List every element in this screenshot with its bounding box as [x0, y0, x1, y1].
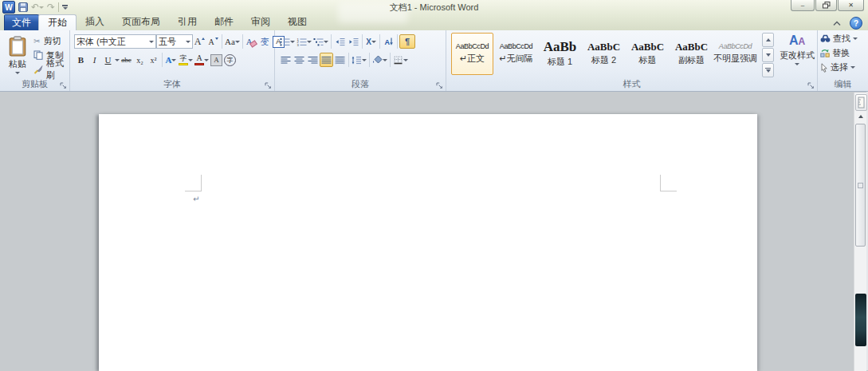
bullets-arrow[interactable] — [290, 41, 295, 43]
text-highlight-button[interactable]: 字 — [178, 53, 194, 67]
asian-layout-button[interactable]: X — [364, 34, 378, 49]
align-right-button[interactable] — [306, 53, 320, 67]
tab-view[interactable]: 视图 — [279, 14, 316, 30]
title-bar[interactable]: W ↶ ↷ 文档1 - Microsoft Word – ✕ — [0, 0, 868, 14]
underline-button[interactable]: U — [101, 53, 115, 67]
restore-button[interactable] — [815, 0, 837, 11]
phonetic-guide-button[interactable]: 变 — [258, 34, 272, 49]
enclose-characters-button[interactable]: 字 — [223, 53, 237, 67]
format-painter-button[interactable]: 格式刷 — [33, 64, 69, 75]
multilevel-list-button[interactable] — [312, 34, 329, 49]
chevron-up-icon — [833, 21, 841, 26]
change-case-button[interactable]: Aa — [224, 34, 241, 49]
style-card-heading2[interactable]: AaBbC 标题 2 — [583, 33, 625, 75]
show-hide-marks-button[interactable]: ¶ — [399, 34, 415, 49]
cut-button[interactable]: ✂剪切 — [33, 35, 69, 46]
align-left-button[interactable] — [279, 53, 293, 67]
borders-button[interactable] — [392, 53, 409, 67]
style-card-heading1[interactable]: AaBb 标题 1 — [539, 33, 581, 75]
shrink-font-button[interactable]: A — [206, 34, 220, 49]
character-shading-button[interactable]: A — [210, 53, 223, 67]
style-card-title[interactable]: AaBbC 标题 — [626, 33, 669, 75]
line-spacing-button[interactable] — [351, 53, 367, 67]
multilevel-arrow[interactable] — [324, 41, 328, 43]
gallery-more-button[interactable] — [762, 63, 774, 77]
ruler-toggle-button[interactable] — [855, 94, 867, 111]
pilcrow-icon: ¶ — [405, 37, 410, 46]
collapse-ribbon-button[interactable] — [831, 18, 843, 29]
change-styles-button[interactable]: AA 更改样式 — [779, 34, 815, 65]
tab-file[interactable]: 文件 — [4, 14, 39, 30]
sort-button[interactable]: A — [382, 34, 395, 49]
subscript-button[interactable]: x₂ — [133, 53, 147, 67]
gallery-scroll-up-button[interactable] — [762, 33, 774, 47]
style-card-subtle-emphasis[interactable]: AaBbCcDd 不明显强调 — [714, 33, 756, 75]
tab-review[interactable]: 审阅 — [242, 14, 279, 30]
help-button[interactable]: ? — [850, 17, 862, 30]
style-card-no-spacing[interactable]: AaBbCcDd ↵无间隔 — [495, 33, 537, 75]
align-center-button[interactable] — [293, 53, 306, 67]
numbering-button[interactable]: 123 — [296, 34, 312, 49]
paste-dropdown-arrow[interactable] — [15, 72, 20, 74]
document-area: ↵ — [0, 92, 868, 371]
character-shading-icon: A — [210, 54, 222, 66]
select-arrow[interactable] — [850, 66, 855, 69]
numbering-arrow[interactable] — [307, 41, 312, 43]
font-name-combo[interactable]: 宋体 (中文正 — [74, 34, 156, 49]
ribbon-tab-row: 文件 开始 插入 页面布局 引用 邮件 审阅 视图 ? — [0, 14, 868, 30]
strikethrough-button[interactable]: abc — [120, 53, 133, 67]
font-name-dropdown-arrow[interactable] — [149, 41, 154, 43]
text-boundary-mark-right — [660, 175, 677, 191]
select-button[interactable]: 选择 — [820, 61, 868, 73]
change-styles-arrow[interactable] — [795, 63, 799, 65]
style-card-normal[interactable]: AaBbCcDd ↵正文 — [451, 33, 493, 75]
tab-home[interactable]: 开始 — [38, 14, 77, 30]
style-card-subtitle[interactable]: AaBbC 副标题 — [670, 33, 713, 75]
grow-font-button[interactable]: A — [193, 34, 206, 49]
tab-insert[interactable]: 插入 — [77, 14, 113, 30]
paragraph-separator-6 — [369, 53, 370, 67]
font-color-arrow[interactable] — [204, 59, 209, 61]
font-size-combo[interactable]: 五号 — [156, 34, 193, 49]
find-button[interactable]: 查找 — [820, 33, 868, 45]
triangle-up-icon — [766, 38, 771, 41]
font-dialog-launcher[interactable] — [264, 81, 272, 89]
line-spacing-arrow[interactable] — [362, 59, 367, 61]
shading-arrow[interactable] — [383, 59, 387, 61]
scroll-up-button[interactable] — [855, 111, 866, 122]
clear-formatting-button[interactable]: A — [245, 34, 258, 49]
paragraph-dialog-launcher[interactable] — [435, 81, 443, 89]
font-color-button[interactable]: A — [194, 53, 210, 67]
font-size-dropdown-arrow[interactable] — [186, 41, 190, 43]
increase-indent-button[interactable] — [347, 34, 360, 49]
styles-dialog-launcher[interactable] — [807, 81, 815, 89]
tab-page-layout[interactable]: 页面布局 — [113, 14, 169, 30]
scrollbar-thumb[interactable] — [855, 124, 866, 247]
distribute-button[interactable] — [333, 53, 347, 67]
italic-button[interactable]: I — [88, 53, 101, 67]
find-arrow[interactable] — [853, 37, 858, 40]
asian-layout-arrow[interactable] — [371, 41, 376, 43]
justify-button[interactable] — [320, 53, 333, 67]
change-case-arrow[interactable] — [235, 41, 240, 43]
decrease-indent-button[interactable] — [333, 34, 347, 49]
text-highlight-arrow[interactable] — [188, 59, 193, 61]
vertical-scrollbar[interactable] — [854, 93, 866, 371]
borders-arrow[interactable] — [403, 59, 408, 61]
bullets-button[interactable] — [279, 34, 296, 49]
clipboard-dialog-launcher[interactable] — [59, 81, 67, 89]
minimize-button[interactable]: – — [791, 0, 815, 11]
document-page[interactable]: ↵ — [99, 114, 757, 371]
tab-references[interactable]: 引用 — [169, 14, 206, 30]
gallery-scroll-down-button[interactable] — [762, 48, 774, 62]
text-effects-button[interactable]: A — [164, 53, 178, 67]
bold-button[interactable]: B — [74, 53, 88, 67]
group-clipboard: 粘贴 ✂剪切 复制 格式刷 剪贴板 — [0, 30, 70, 91]
close-button[interactable]: ✕ — [838, 0, 864, 11]
replace-button[interactable]: 替换 — [820, 47, 868, 59]
tab-mailings[interactable]: 邮件 — [206, 14, 242, 30]
shading-button[interactable] — [371, 53, 388, 67]
text-effects-arrow[interactable] — [171, 59, 176, 61]
font-size-value: 五号 — [159, 36, 176, 48]
superscript-button[interactable]: x² — [147, 53, 160, 67]
